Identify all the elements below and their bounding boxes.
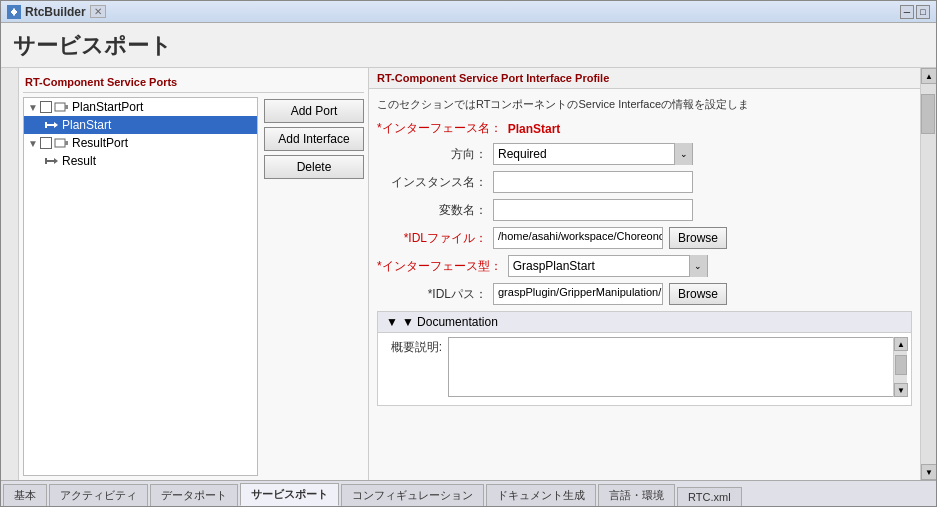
doc-description-label: 概要説明: [382, 337, 442, 356]
direction-select-text: Required [494, 147, 674, 161]
delete-button[interactable]: Delete [264, 155, 364, 179]
label-planstart: PlanStart [62, 118, 111, 132]
right-panel: RT-Component Service Port Interface Prof… [369, 68, 936, 480]
expand-icon-resultport: ▼ [28, 138, 38, 149]
port-icon-planstart [44, 119, 60, 131]
documentation-section: ▼ ▼ Documentation 概要説明: [377, 311, 912, 406]
idl-file-label: *IDLファイル： [377, 230, 487, 247]
textarea-scrollbar: ▲ ▼ [893, 337, 907, 397]
service-port-tree[interactable]: ▼ PlanStartPort [23, 97, 258, 476]
add-interface-button[interactable]: Add Interface [264, 127, 364, 151]
instance-name-label: インスタンス名： [377, 174, 487, 191]
tree-and-buttons: ▼ PlanStartPort [23, 97, 364, 476]
browse-idlpath-button[interactable]: Browse [669, 283, 727, 305]
title-bar-left: RtcBuilder ✕ [7, 5, 106, 19]
left-panel: RT-Component Service Ports ▼ PlanStartPo… [19, 68, 369, 480]
bottom-tabs: 基本 アクティビティ データポート サービスポート コンフィギュレーション ドキ… [1, 480, 936, 506]
label-resultport: ResultPort [72, 136, 128, 150]
scroll-thumb [921, 94, 935, 134]
tab-serviceport[interactable]: サービスポート [240, 483, 339, 506]
doc-collapse-icon: ▼ [386, 315, 398, 329]
tab-serviceport-label: サービスポート [251, 488, 328, 500]
tab-dataport[interactable]: データポート [150, 484, 238, 506]
svg-rect-3 [65, 105, 68, 109]
tab-docgen-label: ドキュメント生成 [497, 489, 585, 501]
page-title-bar: サービスポート [1, 23, 936, 68]
right-panel-header: RT-Component Service Port Interface Prof… [369, 68, 920, 89]
left-panel-header: RT-Component Service Ports [23, 72, 364, 93]
svg-marker-5 [54, 122, 58, 128]
action-buttons: Add Port Add Interface Delete [264, 97, 364, 476]
description-text: このセクションではRTコンポーネントのService Interfaceの情報を… [377, 93, 912, 120]
label-result: Result [62, 154, 96, 168]
interface-type-select[interactable]: GraspPlanStart ⌄ [508, 255, 708, 277]
app-icon [7, 5, 21, 19]
tab-language[interactable]: 言語・環境 [598, 484, 675, 506]
checkbox-resultport[interactable] [40, 137, 52, 149]
idl-path-value[interactable]: graspPlugin/GripperManipulation/rtc/ [493, 283, 663, 305]
tab-basic[interactable]: 基本 [3, 484, 47, 506]
main-content: RT-Component Service Ports ▼ PlanStartPo… [1, 68, 936, 480]
tree-item-resultport[interactable]: ▼ ResultPort [24, 134, 257, 152]
window-title: RtcBuilder [25, 5, 86, 19]
minimize-button[interactable]: ─ [900, 5, 914, 19]
window-controls: ─ □ [900, 5, 930, 19]
variable-name-row: 変数名： [377, 199, 912, 221]
port-icon-resultport [54, 137, 70, 149]
doc-content: 概要説明: ▲ [378, 333, 911, 405]
idl-path-row: *IDLパス： graspPlugin/GripperManipulation/… [377, 283, 912, 305]
port-icon-result [44, 155, 60, 167]
tree-item-planstart[interactable]: PlanStart [24, 116, 257, 134]
interface-type-value: GraspPlanStart [509, 259, 689, 273]
right-form: このセクションではRTコンポーネントのService Interfaceの情報を… [369, 89, 920, 480]
svg-rect-7 [55, 139, 65, 147]
idl-file-path[interactable]: /home/asahi/workspace/Choreonoid [493, 227, 663, 249]
direction-select[interactable]: Required ⌄ [493, 143, 693, 165]
interface-type-row: *インターフェース型： GraspPlanStart ⌄ [377, 255, 912, 277]
tab-activity[interactable]: アクティビティ [49, 484, 148, 506]
maximize-button[interactable]: □ [916, 5, 930, 19]
scroll-up-button[interactable]: ▲ [921, 68, 936, 84]
doc-header[interactable]: ▼ ▼ Documentation [378, 312, 911, 333]
scroll-thumb-doc [895, 355, 907, 375]
tab-configuration[interactable]: コンフィギュレーション [341, 484, 484, 506]
doc-textarea-container: ▲ ▼ [448, 337, 907, 397]
variable-name-label: 変数名： [377, 202, 487, 219]
port-icon-planstartport [54, 101, 70, 113]
title-bar: RtcBuilder ✕ ─ □ [1, 1, 936, 23]
tab-docgen[interactable]: ドキュメント生成 [486, 484, 596, 506]
doc-header-label: ▼ Documentation [402, 315, 498, 329]
tab-rtcxml-label: RTC.xml [688, 491, 731, 503]
direction-row: 方向： Required ⌄ [377, 143, 912, 165]
right-scrollbar: ▲ ▼ [920, 68, 936, 480]
instance-name-row: インスタンス名： [377, 171, 912, 193]
scroll-track [921, 84, 936, 464]
doc-description-row: 概要説明: ▲ [382, 337, 907, 397]
svg-rect-2 [55, 103, 65, 111]
tree-item-result[interactable]: Result [24, 152, 257, 170]
add-port-button[interactable]: Add Port [264, 99, 364, 123]
interface-name-value: PlanStart [508, 122, 561, 136]
idl-path-label: *IDLパス： [377, 286, 487, 303]
tab-rtcxml[interactable]: RTC.xml [677, 487, 742, 506]
browse-idl-button[interactable]: Browse [669, 227, 727, 249]
direction-dropdown-arrow[interactable]: ⌄ [674, 143, 692, 165]
main-window: RtcBuilder ✕ ─ □ サービスポート RT-Component Se… [0, 0, 937, 507]
tab-activity-label: アクティビティ [60, 489, 137, 501]
tree-item-planstartport[interactable]: ▼ PlanStartPort [24, 98, 257, 116]
scroll-up-arrow[interactable]: ▲ [894, 337, 908, 351]
checkbox-planstartport[interactable] [40, 101, 52, 113]
label-planstartport: PlanStartPort [72, 100, 143, 114]
variable-name-input[interactable] [493, 199, 693, 221]
instance-name-input[interactable] [493, 171, 693, 193]
left-strip [1, 68, 19, 480]
tab-configuration-label: コンフィギュレーション [352, 489, 473, 501]
interface-type-label: *インターフェース型： [377, 258, 502, 275]
tab-close-button[interactable]: ✕ [90, 5, 106, 18]
interface-name-label: *インターフェース名： [377, 120, 502, 137]
expand-icon-planstartport: ▼ [28, 102, 38, 113]
scroll-down-arrow[interactable]: ▼ [894, 383, 908, 397]
doc-description-textarea[interactable] [448, 337, 907, 397]
scroll-down-button[interactable]: ▼ [921, 464, 936, 480]
interface-type-arrow[interactable]: ⌄ [689, 255, 707, 277]
